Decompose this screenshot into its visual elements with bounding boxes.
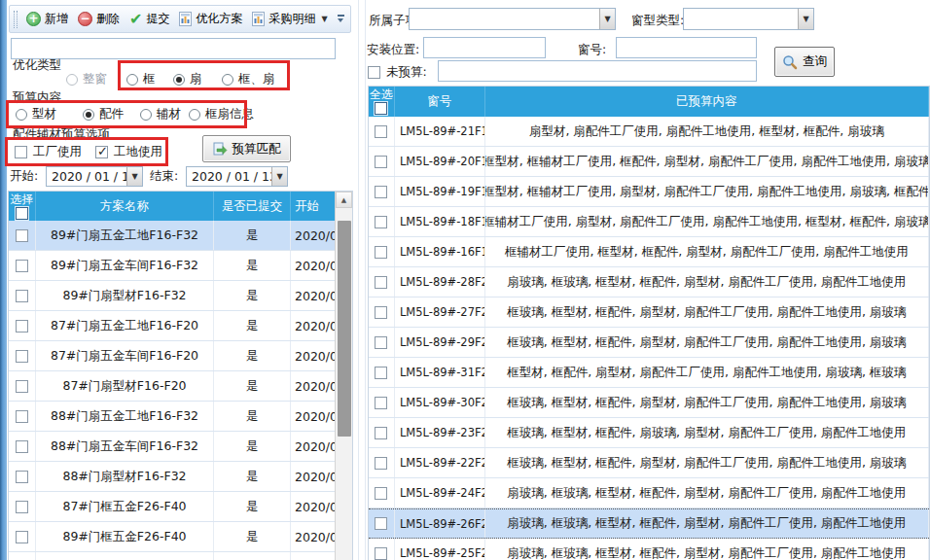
table-row[interactable]: 88#门扇五金车间F16-F32是2020/0 [9,432,352,462]
plan-start-cell: 2020/0 [291,221,337,250]
row-checkbox[interactable] [375,125,387,138]
radio-frame-sash[interactable]: 框、扇 [222,71,275,88]
checkbox-site-use[interactable]: 工地使用 [95,144,162,160]
purchase-detail-button[interactable]: 采购明细 ▼ [247,9,332,29]
table-row[interactable]: LM5L-89#-21F19扇型材, 扇配件工厂使用, 扇配件工地使用, 框型材… [369,117,929,147]
row-checkbox[interactable] [375,547,387,560]
row-checkbox[interactable] [16,320,28,332]
radio-whole-window[interactable]: 整窗 [66,71,107,88]
row-checkbox[interactable] [375,397,387,409]
start-date-picker[interactable]: 2020 / 01 / 1 ▼ [46,166,143,187]
table-row[interactable]: 88#门扇型材F16-F32是2020/0 [9,462,352,492]
row-checkbox[interactable] [16,350,28,363]
row-checkbox[interactable] [16,531,28,543]
row-checkbox[interactable] [375,216,387,228]
table-row[interactable]: LM5L-89#-26F24扇玻璃, 框玻璃, 框型材, 框配件, 扇型材, 扇… [369,508,929,539]
no-budget-input[interactable] [438,60,757,82]
sub-item-select[interactable]: ▼ [409,8,616,30]
plan-name-cell: 87#门框五金F26-F40 [36,492,214,521]
table-row[interactable]: 89#门扇五金车间F16-F32是2020/0 [9,251,352,281]
plan-table-header: 选择 方案名称 是否已提交 开始 [9,192,352,221]
table-row[interactable]: 87#门扇五金工地F16-F20是2020/0 [9,311,352,341]
row-checkbox[interactable] [375,276,387,289]
select-all-checkbox[interactable] [16,207,28,220]
radio-frame[interactable]: 框 [126,71,156,88]
end-date-picker[interactable]: 2020 / 01 / 13 ▼ [186,166,288,187]
table-row[interactable]: LM5L-89#-24F22扇玻璃, 框玻璃, 框型材, 框配件, 扇型材, 扇… [369,478,929,508]
row-checkbox[interactable] [16,290,28,302]
row-checkbox[interactable] [16,380,28,393]
row-checkbox[interactable] [375,517,387,530]
window-no-input[interactable] [616,37,757,58]
table-row[interactable]: 88#门扇五金工地F16-F32是2020/0 [9,402,352,432]
radio-frame-sash-info[interactable]: 框扇信息 [189,106,254,122]
table-row[interactable]: 87#门扇型材F16-F20是2020/0 [9,371,352,402]
optimize-plan-button[interactable]: 优化方案 [174,9,247,29]
combo-dropdown-button[interactable]: ▼ [599,9,615,29]
table-row[interactable]: LM5L-89#-31F29框型材, 框配件, 扇型材, 扇配件工厂使用, 扇配… [369,358,929,388]
row-checkbox[interactable] [16,440,28,453]
table-row[interactable]: LM5L-89#-28F26扇玻璃, 框玻璃, 框型材, 框配件, 扇型材, 扇… [369,267,929,298]
scroll-thumb[interactable] [338,221,351,437]
table-row[interactable]: LM5L-89#-19F17框型材, 框辅材工厂使用, 扇型材, 扇配件工厂使用… [369,177,929,207]
table-row[interactable]: 89#门扇五金工地F16-F32是2020/0 [9,221,352,251]
plan-table-scrollbar[interactable]: ▲ [335,192,352,560]
row-checkbox[interactable] [375,487,387,500]
table-row[interactable]: 87#门框五金F26-F40是2020/0 [9,492,352,522]
budget-match-button[interactable]: 预算匹配 [202,135,291,162]
sheet-icon [179,12,192,26]
row-checkbox[interactable] [16,501,28,513]
table-row[interactable]: LM5L-89#-18F16框辅材工厂使用, 扇型材, 扇配件工厂使用, 扇配件… [369,207,929,237]
table-row[interactable]: LM5L-89#-22F20框玻璃, 框型材, 框配件, 扇型材, 扇配件工厂使… [369,448,929,478]
table-row[interactable]: 89#门框五金F26-F40是2020/0 [9,522,352,552]
install-position-input[interactable] [423,37,546,58]
plan-filter-input[interactable] [11,38,336,59]
optimization-type-label: 优化类型 [13,57,61,74]
combo-dropdown-button[interactable]: ▼ [798,9,813,29]
row-checkbox[interactable] [16,260,28,272]
row-checkbox[interactable] [16,229,28,242]
table-row[interactable]: LM5L-89#-30F28框玻璃, 框型材, 框配件, 扇型材, 扇配件工厂使… [369,388,929,418]
window-type-select[interactable]: ▼ [683,8,814,30]
scroll-up-icon[interactable]: ▲ [336,192,352,208]
toolbar-overflow-button[interactable] [334,11,347,29]
table-row[interactable]: LM5L-89#-27F25框玻璃, 框型材, 框配件, 扇型材, 扇配件工厂使… [369,298,929,328]
panel-splitter[interactable] [358,0,359,560]
select-all-checkbox[interactable] [375,102,387,115]
table-row[interactable]: LM5L-89#-20F18框型材, 框辅材工厂使用, 框配件, 扇型材, 扇配… [369,147,929,177]
table-row[interactable]: 89#门扇型材F16-F32是2020/0 [9,281,352,311]
no-budget-checkbox[interactable]: 未预算: [368,64,427,81]
row-checkbox[interactable] [375,156,387,168]
toolbar-grip-handle[interactable] [14,11,18,28]
row-checkbox[interactable] [375,427,387,439]
delete-button[interactable]: − 删除 [73,9,125,29]
row-checkbox[interactable] [375,457,387,470]
radio-icon [126,74,138,86]
radio-auxiliary[interactable]: 辅材 [140,106,181,122]
radio-sash[interactable]: 扇 [173,71,202,88]
radio-profile[interactable]: 型材 [16,106,56,122]
plan-start-cell: 2020/0 [291,341,337,370]
row-checkbox[interactable] [375,367,387,379]
row-checkbox[interactable] [16,410,28,423]
row-checkbox[interactable] [16,471,28,483]
row-checkbox[interactable] [375,246,387,259]
row-checkbox[interactable] [375,186,387,198]
radio-icon [66,74,78,86]
table-row[interactable]: 87#门扇五金车间F16-F20是2020/0 [9,341,352,371]
table-row[interactable]: LM5L-89#-25F23扇玻璃, 框玻璃, 框型材, 框配件, 扇型材, 扇… [369,539,929,560]
table-row[interactable]: LM5L-89#-23F21框玻璃, 框型材, 框配件, 扇玻璃, 扇型材, 扇… [369,418,929,448]
date-dropdown-button[interactable]: ▼ [271,167,287,186]
query-button[interactable]: 查询 [774,47,835,77]
row-checkbox[interactable] [375,336,387,349]
checkbox-factory-use[interactable]: 工厂使用 [15,144,82,160]
row-checkbox[interactable] [375,306,387,319]
table-row[interactable]: LM5L-89#-29F27框玻璃, 框型材, 框配件, 扇型材, 扇配件工厂使… [369,328,929,358]
table-row[interactable]: 88#门框五金F21-F40是2020/0 [9,552,352,560]
date-dropdown-button[interactable]: ▼ [126,167,142,186]
radio-accessory[interactable]: 配件 [83,106,124,122]
submit-button[interactable]: ✔ 提交 [125,9,174,29]
add-button[interactable]: + 新增 [21,9,73,29]
row-select-cell [369,267,395,297]
table-row[interactable]: LM5L-89#-16F15框辅材工厂使用, 框型材, 框配件, 扇型材, 扇配… [369,237,929,267]
